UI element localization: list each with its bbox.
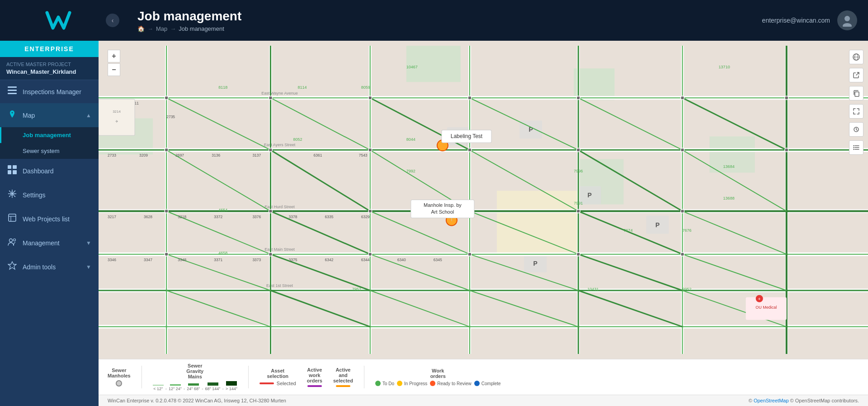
active-work-order-items: [307, 385, 322, 387]
header-right: enterprise@wincan.com: [762, 10, 857, 30]
svg-point-69: [576, 210, 580, 213]
wo-todo-label: To Do: [382, 381, 394, 386]
svg-text:6329: 6329: [361, 215, 370, 219]
svg-rect-6: [13, 165, 17, 169]
active-project-name: Wincan_Master_Kirkland: [6, 68, 92, 75]
map-subnav: Job management Sewer system: [0, 127, 99, 159]
wo-complete-dot: [474, 381, 480, 386]
wo-todo-dot: [375, 381, 381, 386]
pipe-label-1: < 12": [153, 387, 163, 391]
legend-work-orders: Work orders To Do In Progress Ready to R…: [375, 368, 501, 386]
nav-items: Inspections Manager Map ▲ Job management…: [0, 80, 99, 406]
svg-text:13710: 13710: [719, 65, 730, 69]
work-order-items: To Do In Progress Ready to Review Comple…: [375, 381, 501, 386]
svg-text:9952: 9952: [683, 287, 692, 291]
svg-text:3137: 3137: [252, 153, 261, 158]
svg-text:P: P: [656, 221, 660, 229]
external-link-button[interactable]: [849, 68, 863, 82]
copy-button[interactable]: [849, 86, 863, 100]
svg-text:3378: 3378: [288, 215, 297, 219]
svg-point-67: [368, 210, 372, 213]
svg-text:2733: 2733: [108, 153, 116, 158]
legend-sewer-manholes: Sewer Manholes: [108, 368, 131, 387]
pipe-size-5: > 144": [226, 381, 237, 391]
sidebar-item-job-management[interactable]: Job management: [0, 127, 99, 143]
zoom-out-button[interactable]: −: [108, 63, 120, 76]
svg-rect-143: [855, 92, 859, 96]
pipe-line-5: [226, 381, 237, 386]
sidebar-item-admin-tools[interactable]: Admin tools ▼: [0, 255, 99, 279]
sewer-manholes-title: Sewer Manholes: [108, 368, 131, 378]
svg-text:8052: 8052: [293, 137, 302, 142]
svg-text:OU Medical: OU Medical: [755, 305, 777, 310]
wo-todo: To Do: [375, 381, 394, 386]
header-title-block: Job management 🏠 → Map → Job management: [137, 9, 241, 32]
svg-rect-2: [8, 86, 17, 88]
zoom-in-button[interactable]: +: [108, 50, 120, 62]
svg-point-61: [468, 148, 472, 152]
svg-text:7674: 7674: [623, 228, 632, 233]
history-icon: [853, 126, 860, 133]
pipe-sizes: < 12" - 12" 24" - 24" 68" - 6: [153, 381, 237, 391]
sidebar-item-web-projects[interactable]: Web Projects list: [0, 207, 99, 231]
pipe-line-3: [188, 383, 199, 386]
globe-icon: [853, 53, 860, 61]
globe-view-button[interactable]: [849, 50, 863, 64]
svg-point-53: [368, 96, 372, 100]
expand-icon: [853, 108, 860, 115]
sidebar-item-dashboard[interactable]: Dashboard: [0, 159, 99, 183]
breadcrumb-map-link[interactable]: Map: [156, 25, 167, 32]
svg-text:3217: 3217: [108, 215, 116, 219]
pipe-label-2: 12" 24": [169, 387, 182, 391]
svg-text:7952: 7952: [352, 287, 361, 291]
map-svg: P P P P P: [99, 41, 868, 359]
svg-text:Manhole Insp. by: Manhole Insp. by: [424, 202, 462, 208]
user-email: enterprise@wincan.com: [762, 17, 830, 24]
asset-selection-title: Asset selection: [267, 368, 288, 379]
svg-text:8044: 8044: [406, 137, 415, 142]
svg-point-51: [165, 96, 168, 100]
pipe-size-2: 12" 24": [169, 384, 182, 391]
svg-text:+: +: [758, 296, 761, 301]
history-button[interactable]: [849, 122, 863, 137]
active-and-selected-title: Active and selected: [333, 367, 353, 383]
sidebar-item-inspections[interactable]: Inspections Manager: [0, 80, 99, 103]
wo-review-label: Ready to Review: [437, 381, 472, 386]
svg-text:6340: 6340: [397, 258, 406, 262]
svg-text:6361: 6361: [314, 153, 322, 158]
sidebar-item-sewer-system[interactable]: Sewer system: [0, 143, 99, 159]
svg-rect-17: [406, 46, 461, 82]
list-view-icon: [853, 144, 860, 151]
svg-rect-8: [13, 170, 17, 174]
svg-text:4658: 4658: [218, 251, 227, 255]
svg-text:8118: 8118: [218, 85, 227, 90]
svg-text:13688: 13688: [723, 196, 735, 201]
admin-tools-expand-arrow: ▼: [86, 264, 91, 270]
breadcrumb-home-icon[interactable]: 🏠: [137, 25, 145, 32]
legend-divider-3: [364, 366, 364, 388]
avatar[interactable]: [837, 10, 857, 30]
osm-link[interactable]: OpenStreetMap: [754, 398, 789, 403]
svg-point-73: [368, 253, 372, 256]
sidebar-item-management[interactable]: Management ▼: [0, 231, 99, 255]
svg-point-66: [269, 210, 272, 213]
map-container[interactable]: P P P P P: [99, 41, 868, 359]
sidebar-item-settings[interactable]: Settings: [0, 183, 99, 207]
collapse-sidebar-button[interactable]: ‹: [106, 14, 119, 27]
sidebar-item-map[interactable]: Map ▲: [0, 103, 99, 127]
pipe-size-1: < 12": [153, 385, 164, 391]
svg-text:13684: 13684: [723, 164, 735, 169]
svg-point-63: [681, 148, 684, 152]
svg-text:3373: 3373: [252, 258, 261, 262]
svg-text:10467: 10467: [406, 65, 418, 69]
wo-inprogress-dot: [397, 381, 402, 386]
svg-point-65: [165, 210, 168, 213]
svg-point-64: [785, 148, 788, 152]
svg-text:Art School: Art School: [431, 209, 454, 215]
sidebar-item-label-map: Map: [23, 112, 80, 119]
list-view-button[interactable]: [849, 140, 863, 155]
legend-sewer-gravity: Sewer Gravity Mains < 12" - 12" 24" - 24…: [153, 363, 237, 391]
svg-point-60: [368, 148, 372, 152]
svg-text:6344: 6344: [361, 258, 370, 262]
expand-button[interactable]: [849, 104, 863, 119]
